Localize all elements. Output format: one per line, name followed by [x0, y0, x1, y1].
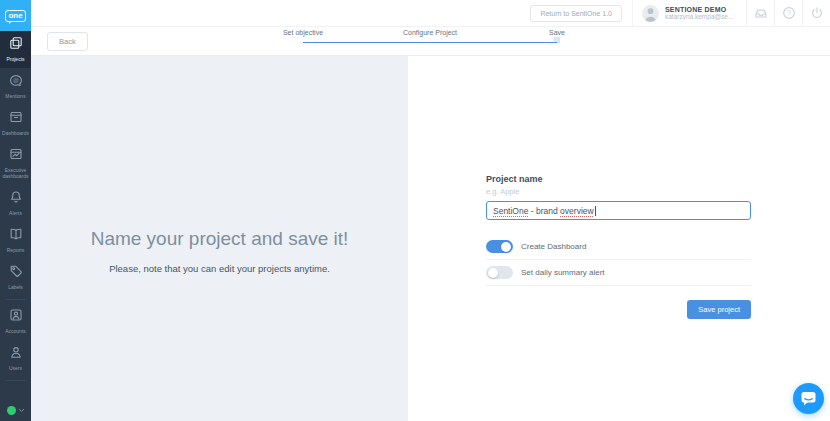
sidebar: one Projects @ Mentions Dashboards [0, 0, 31, 421]
sidebar-divider [5, 380, 26, 381]
sentione-logo[interactable]: one [0, 0, 31, 31]
svg-text:?: ? [787, 9, 791, 16]
sidebar-item-label: Reports [7, 247, 25, 253]
intro-title: Name your project and save it! [91, 228, 349, 250]
project-name-label: Project name [486, 174, 751, 184]
back-button[interactable]: Back [47, 32, 88, 51]
sidebar-item-labels[interactable]: Labels [0, 259, 31, 296]
stepper-line [303, 42, 557, 43]
sidebar-item-dashboards[interactable]: Dashboards [0, 105, 31, 142]
sidebar-item-label: Accounts [5, 328, 26, 334]
text-caret [595, 206, 596, 216]
sidebar-item-alerts[interactable]: Alerts [0, 185, 31, 222]
sidebar-item-label: Labels [8, 284, 23, 290]
labels-icon [9, 264, 23, 282]
sidebar-item-label: Alerts [9, 210, 22, 216]
step-label: Configure Project [403, 29, 457, 36]
step-label: Save [549, 29, 565, 36]
executive-dashboards-icon [9, 147, 23, 165]
return-to-sentione-button[interactable]: Return to SentiOne 1.0 [530, 5, 622, 22]
sidebar-item-label: Executive dashboards [1, 167, 30, 179]
chat-launcher-button[interactable] [793, 383, 824, 414]
reports-icon [9, 227, 23, 245]
save-project-form: Project name e.g. Apple SentiOne - brand… [486, 174, 751, 319]
sidebar-item-label: Dashboards [2, 130, 29, 136]
app-window: one Projects @ Mentions Dashboards [0, 0, 830, 421]
help-icon: ? [782, 6, 796, 20]
chat-bubble-icon [800, 390, 817, 407]
sidebar-item-reports[interactable]: Reports [0, 222, 31, 259]
chevron-down-icon [18, 408, 25, 413]
user-name: SENTIONE DEMO [665, 6, 737, 13]
step-label: Set objective [283, 29, 323, 36]
person-icon [642, 5, 659, 22]
mentions-icon: @ [9, 73, 23, 91]
project-name-input[interactable]: SentiOne - brand overview [486, 201, 751, 220]
user-email: katarzyna.kempa@se... [665, 13, 737, 20]
sidebar-nav: Projects @ Mentions Dashboards Executive… [0, 31, 31, 384]
toggle-knob [501, 242, 511, 252]
sidebar-item-mentions[interactable]: @ Mentions [0, 68, 31, 105]
step-save[interactable]: Save [549, 29, 565, 40]
sidebar-item-users[interactable]: Users [0, 340, 31, 377]
daily-summary-alert-label: Set daily summary alert [521, 268, 605, 277]
form-panel: Project name e.g. Apple SentiOne - brand… [408, 56, 830, 421]
avatar [642, 5, 659, 22]
help-button[interactable]: ? [774, 0, 802, 26]
inbox-button[interactable] [746, 0, 774, 26]
daily-summary-alert-toggle[interactable] [486, 266, 513, 279]
sidebar-divider [5, 299, 26, 300]
input-text-part: - brand [528, 206, 560, 216]
input-text-part: SentiOne [493, 206, 528, 216]
create-dashboard-toggle-row[interactable]: Create Dashboard [486, 234, 751, 260]
sidebar-item-label: Mentions [5, 93, 25, 99]
create-dashboard-toggle[interactable] [486, 240, 513, 253]
accounts-icon [9, 308, 23, 326]
projects-icon [9, 36, 23, 54]
toggle-knob [488, 268, 498, 278]
project-name-hint: e.g. Apple [486, 187, 751, 196]
sentione-logo-text: one [5, 10, 25, 22]
users-icon [9, 345, 23, 363]
create-dashboard-label: Create Dashboard [521, 242, 586, 251]
user-menu[interactable]: SENTIONE DEMO katarzyna.kempa@se... [632, 0, 746, 26]
step-configure-project[interactable]: Configure Project [403, 29, 457, 40]
save-project-button[interactable]: Save project [687, 300, 751, 319]
alerts-icon [9, 190, 23, 208]
online-status-toggle[interactable] [0, 406, 31, 415]
logout-button[interactable] [802, 0, 830, 26]
sidebar-item-label: Projects [6, 56, 24, 62]
sidebar-item-label: Users [9, 365, 22, 371]
daily-summary-alert-toggle-row[interactable]: Set daily summary alert [486, 260, 751, 286]
dashboards-icon [9, 110, 23, 128]
user-info: SENTIONE DEMO katarzyna.kempa@se... [665, 6, 737, 20]
status-dot-icon [7, 406, 16, 415]
power-icon [810, 6, 824, 20]
input-text-part: overview [560, 206, 594, 216]
inbox-icon [754, 6, 768, 20]
intro-panel: Name your project and save it! Please, n… [31, 56, 408, 421]
sidebar-item-projects[interactable]: Projects [0, 31, 31, 68]
intro-subtitle: Please, note that you can edit your proj… [109, 263, 330, 274]
step-set-objective[interactable]: Set objective [283, 29, 323, 40]
top-bar: Return to SentiOne 1.0 SENTIONE DEMO kat… [31, 0, 830, 27]
svg-text:@: @ [12, 77, 18, 83]
toggle-list: Create Dashboard Set daily summary alert [486, 234, 751, 286]
sidebar-item-executive-dashboards[interactable]: Executive dashboards [0, 142, 31, 185]
wizard-bar: Back Set objective Configure Project Sav… [31, 27, 830, 56]
sidebar-item-accounts[interactable]: Accounts [0, 303, 31, 340]
